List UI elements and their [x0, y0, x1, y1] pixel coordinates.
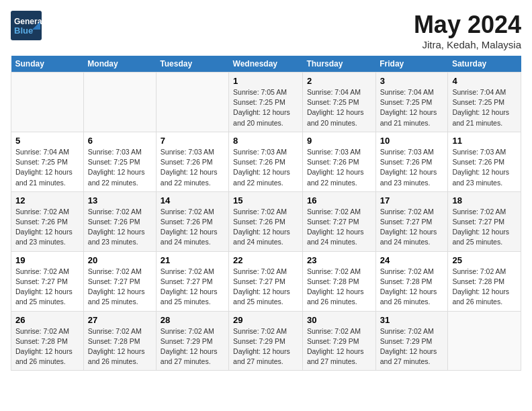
day-number: 7	[161, 136, 224, 146]
logo: General Blue	[11, 11, 42, 40]
calendar-cell	[156, 73, 228, 132]
calendar-cell: 27Sunrise: 7:02 AMSunset: 7:28 PMDayligh…	[83, 311, 156, 371]
day-info: Sunrise: 7:03 AMSunset: 7:26 PMDaylight:…	[161, 147, 224, 188]
calendar-cell: 31Sunrise: 7:02 AMSunset: 7:29 PMDayligh…	[375, 311, 448, 371]
calendar-cell: 30Sunrise: 7:02 AMSunset: 7:29 PMDayligh…	[302, 311, 375, 371]
month-title: May 2024	[414, 11, 521, 39]
calendar-cell: 20Sunrise: 7:02 AMSunset: 7:27 PMDayligh…	[83, 251, 156, 311]
weekday-header-friday: Friday	[375, 56, 448, 73]
day-info: Sunrise: 7:02 AMSunset: 7:28 PMDaylight:…	[307, 267, 371, 308]
calendar-week-row: 1Sunrise: 7:05 AMSunset: 7:25 PMDaylight…	[11, 73, 521, 132]
weekday-header-saturday: Saturday	[448, 56, 521, 73]
day-info: Sunrise: 7:02 AMSunset: 7:26 PMDaylight:…	[15, 207, 79, 248]
day-number: 18	[452, 195, 517, 205]
day-number: 16	[307, 195, 371, 205]
day-number: 1	[233, 76, 298, 86]
day-number: 11	[452, 136, 517, 146]
day-number: 23	[307, 255, 371, 265]
day-info: Sunrise: 7:02 AMSunset: 7:27 PMDaylight:…	[233, 267, 298, 308]
day-number: 8	[233, 136, 298, 146]
day-number: 5	[15, 136, 79, 146]
calendar-cell	[11, 73, 84, 132]
calendar-cell: 9Sunrise: 7:03 AMSunset: 7:26 PMDaylight…	[302, 132, 375, 191]
calendar-cell: 25Sunrise: 7:02 AMSunset: 7:28 PMDayligh…	[448, 251, 521, 311]
calendar-cell	[448, 311, 521, 371]
weekday-header-monday: Monday	[83, 56, 156, 73]
day-number: 12	[15, 195, 79, 205]
day-info: Sunrise: 7:02 AMSunset: 7:27 PMDaylight:…	[88, 267, 152, 308]
calendar-cell: 15Sunrise: 7:02 AMSunset: 7:26 PMDayligh…	[229, 191, 303, 251]
day-info: Sunrise: 7:04 AMSunset: 7:25 PMDaylight:…	[380, 87, 444, 128]
calendar-cell: 10Sunrise: 7:03 AMSunset: 7:26 PMDayligh…	[375, 132, 448, 191]
weekday-header-thursday: Thursday	[302, 56, 375, 73]
calendar-cell: 11Sunrise: 7:03 AMSunset: 7:26 PMDayligh…	[448, 132, 521, 191]
svg-text:Blue: Blue	[14, 26, 33, 36]
calendar-cell	[83, 73, 156, 132]
day-number: 22	[233, 255, 298, 265]
day-info: Sunrise: 7:02 AMSunset: 7:26 PMDaylight:…	[233, 207, 298, 248]
calendar-week-row: 26Sunrise: 7:02 AMSunset: 7:28 PMDayligh…	[11, 311, 521, 371]
calendar-cell: 18Sunrise: 7:02 AMSunset: 7:27 PMDayligh…	[448, 191, 521, 251]
calendar-cell: 8Sunrise: 7:03 AMSunset: 7:26 PMDaylight…	[229, 132, 303, 191]
day-info: Sunrise: 7:02 AMSunset: 7:27 PMDaylight:…	[307, 207, 371, 248]
weekday-header-tuesday: Tuesday	[156, 56, 228, 73]
day-info: Sunrise: 7:03 AMSunset: 7:26 PMDaylight:…	[380, 147, 444, 188]
day-number: 19	[15, 255, 79, 265]
day-info: Sunrise: 7:03 AMSunset: 7:26 PMDaylight:…	[452, 147, 517, 188]
day-number: 29	[233, 315, 298, 325]
calendar-cell: 19Sunrise: 7:02 AMSunset: 7:27 PMDayligh…	[11, 251, 84, 311]
day-number: 15	[233, 195, 298, 205]
day-number: 2	[307, 76, 371, 86]
calendar-cell: 14Sunrise: 7:02 AMSunset: 7:26 PMDayligh…	[156, 191, 228, 251]
weekday-header-sunday: Sunday	[11, 56, 84, 73]
calendar-week-row: 19Sunrise: 7:02 AMSunset: 7:27 PMDayligh…	[11, 251, 521, 311]
page-header: General Blue May 2024 Jitra, Kedah, Mala…	[11, 11, 521, 50]
day-info: Sunrise: 7:02 AMSunset: 7:28 PMDaylight:…	[380, 267, 444, 308]
logo-icon: General Blue	[11, 11, 42, 40]
day-number: 24	[380, 255, 444, 265]
day-number: 13	[88, 195, 152, 205]
day-number: 17	[380, 195, 444, 205]
day-info: Sunrise: 7:04 AMSunset: 7:25 PMDaylight:…	[307, 87, 371, 128]
calendar-cell: 5Sunrise: 7:04 AMSunset: 7:25 PMDaylight…	[11, 132, 84, 191]
day-info: Sunrise: 7:02 AMSunset: 7:27 PMDaylight:…	[15, 267, 79, 308]
calendar-cell: 6Sunrise: 7:03 AMSunset: 7:25 PMDaylight…	[83, 132, 156, 191]
calendar-cell: 1Sunrise: 7:05 AMSunset: 7:25 PMDaylight…	[229, 73, 303, 132]
calendar-cell: 7Sunrise: 7:03 AMSunset: 7:26 PMDaylight…	[156, 132, 228, 191]
calendar-cell: 23Sunrise: 7:02 AMSunset: 7:28 PMDayligh…	[302, 251, 375, 311]
day-info: Sunrise: 7:02 AMSunset: 7:27 PMDaylight:…	[161, 267, 224, 308]
calendar-cell: 3Sunrise: 7:04 AMSunset: 7:25 PMDaylight…	[375, 73, 448, 132]
day-info: Sunrise: 7:02 AMSunset: 7:27 PMDaylight:…	[452, 207, 517, 248]
day-info: Sunrise: 7:02 AMSunset: 7:29 PMDaylight:…	[307, 326, 371, 367]
calendar-cell: 12Sunrise: 7:02 AMSunset: 7:26 PMDayligh…	[11, 191, 84, 251]
calendar-week-row: 12Sunrise: 7:02 AMSunset: 7:26 PMDayligh…	[11, 191, 521, 251]
day-info: Sunrise: 7:02 AMSunset: 7:29 PMDaylight:…	[233, 326, 298, 367]
weekday-header-row: SundayMondayTuesdayWednesdayThursdayFrid…	[11, 56, 521, 73]
day-info: Sunrise: 7:02 AMSunset: 7:26 PMDaylight:…	[161, 207, 224, 248]
calendar-cell: 21Sunrise: 7:02 AMSunset: 7:27 PMDayligh…	[156, 251, 228, 311]
day-info: Sunrise: 7:03 AMSunset: 7:26 PMDaylight:…	[307, 147, 371, 188]
day-info: Sunrise: 7:02 AMSunset: 7:27 PMDaylight:…	[380, 207, 444, 248]
calendar-cell: 2Sunrise: 7:04 AMSunset: 7:25 PMDaylight…	[302, 73, 375, 132]
day-info: Sunrise: 7:02 AMSunset: 7:29 PMDaylight:…	[380, 326, 444, 367]
day-info: Sunrise: 7:03 AMSunset: 7:25 PMDaylight:…	[88, 147, 152, 188]
day-info: Sunrise: 7:02 AMSunset: 7:29 PMDaylight:…	[161, 326, 224, 367]
day-number: 21	[161, 255, 224, 265]
calendar-cell: 26Sunrise: 7:02 AMSunset: 7:28 PMDayligh…	[11, 311, 84, 371]
day-number: 3	[380, 76, 444, 86]
calendar-cell: 24Sunrise: 7:02 AMSunset: 7:28 PMDayligh…	[375, 251, 448, 311]
day-number: 4	[452, 76, 517, 86]
title-area: May 2024 Jitra, Kedah, Malaysia	[414, 11, 521, 50]
day-info: Sunrise: 7:02 AMSunset: 7:28 PMDaylight:…	[88, 326, 152, 367]
day-number: 26	[15, 315, 79, 325]
day-number: 20	[88, 255, 152, 265]
calendar-cell: 16Sunrise: 7:02 AMSunset: 7:27 PMDayligh…	[302, 191, 375, 251]
calendar-cell: 28Sunrise: 7:02 AMSunset: 7:29 PMDayligh…	[156, 311, 228, 371]
calendar-table: SundayMondayTuesdayWednesdayThursdayFrid…	[11, 56, 521, 371]
day-number: 14	[161, 195, 224, 205]
calendar-cell: 4Sunrise: 7:04 AMSunset: 7:25 PMDaylight…	[448, 73, 521, 132]
weekday-header-wednesday: Wednesday	[229, 56, 303, 73]
day-number: 31	[380, 315, 444, 325]
day-info: Sunrise: 7:02 AMSunset: 7:26 PMDaylight:…	[88, 207, 152, 248]
day-number: 28	[161, 315, 224, 325]
